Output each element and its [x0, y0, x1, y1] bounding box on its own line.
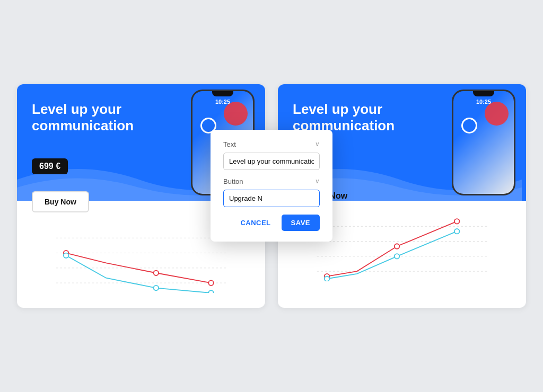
phone-blob-red-2 — [485, 102, 509, 126]
svg-point-9 — [208, 290, 213, 293]
button-input[interactable] — [223, 190, 320, 207]
text-section-label: Text — [223, 140, 236, 148]
cancel-button[interactable]: CANCEL — [235, 215, 276, 231]
phone-notch-1 — [212, 91, 233, 96]
button-section-header: Button ∨ — [223, 177, 320, 185]
svg-point-7 — [64, 253, 68, 258]
phone-body-2: 10:25 — [452, 90, 515, 195]
phone-mockup-2: 10:25 — [452, 90, 515, 195]
svg-point-8 — [154, 286, 159, 290]
text-chevron-icon[interactable]: ∨ — [315, 140, 320, 148]
svg-point-16 — [454, 219, 459, 224]
card-1-price: 699 € — [32, 158, 68, 174]
button-chevron-icon[interactable]: ∨ — [315, 177, 320, 185]
text-section-header: Text ∨ — [223, 140, 320, 148]
page-wrapper: Level up your communication 10:25 699 € — [17, 84, 526, 308]
text-input[interactable] — [223, 153, 320, 170]
edit-dialog: Text ∨ Button ∨ CANCEL SAVE — [211, 130, 332, 242]
card-1-title: Level up your communication — [32, 101, 152, 134]
svg-point-18 — [395, 254, 399, 259]
card-1-buy-button[interactable]: Buy Now — [32, 191, 89, 212]
svg-point-17 — [325, 277, 329, 281]
phone-screen-2: 10:25 — [453, 91, 514, 194]
phone-blob-blue-2 — [461, 118, 477, 133]
save-button[interactable]: SAVE — [282, 215, 320, 231]
svg-point-5 — [154, 271, 159, 275]
button-section-label: Button — [223, 177, 243, 185]
svg-point-19 — [454, 229, 459, 234]
phone-notch-2 — [473, 91, 494, 96]
dialog-actions: CANCEL SAVE — [223, 215, 320, 231]
svg-point-6 — [208, 280, 213, 285]
phone-blob-red-1 — [224, 102, 248, 126]
svg-point-15 — [395, 244, 399, 248]
